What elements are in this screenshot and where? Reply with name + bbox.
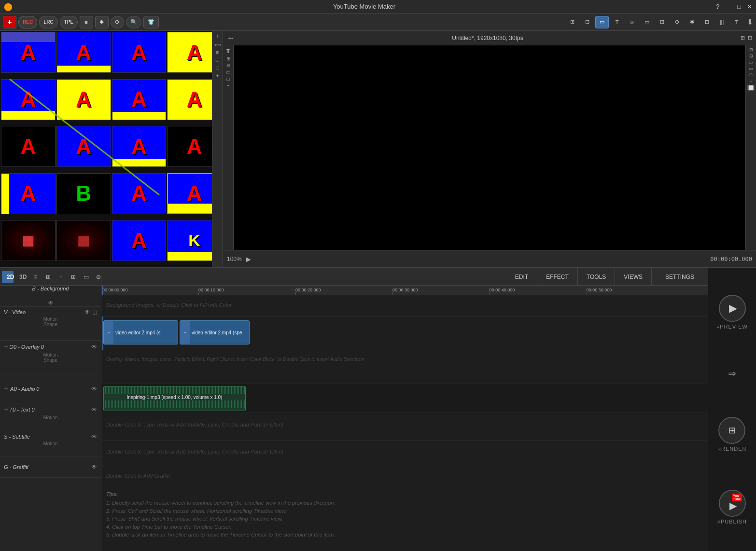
track-add-a0[interactable]: + xyxy=(4,385,8,393)
timeline-track-video[interactable]: ↔ video editor 2.mp4 (s ↔ video editor 2… xyxy=(101,317,708,350)
media-thumb-9[interactable]: A xyxy=(1,126,56,167)
tb-icon-2[interactable]: ⊟ xyxy=(580,16,594,28)
circle-button[interactable]: ⊕ xyxy=(111,16,124,28)
star-button[interactable]: ✱ xyxy=(95,16,109,28)
lrc-button[interactable]: LRC xyxy=(39,16,58,28)
left-tool-1[interactable]: ⊞ xyxy=(226,56,230,61)
person-button[interactable]: 🔍 xyxy=(126,16,141,28)
download-icon[interactable]: ⬇ xyxy=(747,17,753,27)
left-tool-4[interactable]: □ xyxy=(226,76,229,82)
minimize-btn[interactable]: — xyxy=(725,3,731,10)
vert-btn-2[interactable]: ⟺ xyxy=(213,41,222,48)
tab-effect[interactable]: EFFECT xyxy=(537,268,578,285)
left-tool-3[interactable]: ▭ xyxy=(226,69,230,75)
arrow-left-icon[interactable]: ↔ xyxy=(227,34,235,42)
track-o0-eye[interactable]: 👁 xyxy=(91,344,97,350)
timeline-ruler[interactable]: 00:00:00.000 00:00:10.000 00:00:20.000 0… xyxy=(101,286,708,295)
tb-icon-8[interactable]: ⊕ xyxy=(670,16,684,28)
timeline-track-audio[interactable]: Inspiring-1.mp3 (speed x 1.00, volume x … xyxy=(101,384,708,413)
media-thumb-18[interactable]: ▓▓▓▓▓▓ xyxy=(56,220,111,261)
track-add-o0[interactable]: + xyxy=(4,343,8,351)
preview-right-btn2[interactable]: ⊞ xyxy=(748,35,752,41)
2d-tab[interactable]: 2D xyxy=(2,271,14,283)
tpl-button[interactable]: TPL xyxy=(60,16,78,28)
rt-btn-3[interactable]: ▭ xyxy=(749,60,753,65)
preview-circle-btn[interactable]: ▶ xyxy=(719,295,746,322)
tl-grid-btn[interactable]: ⊞ xyxy=(42,271,54,283)
media-thumb-5[interactable]: A xyxy=(1,79,56,120)
track-v-eye[interactable]: 👁 xyxy=(84,309,90,316)
tb-icon-11[interactable]: ||| xyxy=(715,16,728,28)
media-thumb-7[interactable]: A xyxy=(112,79,167,120)
rt-btn-2[interactable]: ⊞ xyxy=(749,54,753,58)
close-btn[interactable]: ✕ xyxy=(747,3,752,10)
window-controls[interactable]: ? — □ ✕ xyxy=(716,3,752,10)
rt-btn-7[interactable]: ⬜ xyxy=(747,85,755,91)
timeline-cursor[interactable] xyxy=(102,286,103,295)
tab-edit[interactable]: EDIT xyxy=(506,268,537,285)
help-btn[interactable]: ? xyxy=(716,3,719,10)
rt-btn-5[interactable]: □ xyxy=(750,72,752,77)
media-thumb-2[interactable]: A xyxy=(56,32,111,73)
timeline-track-background[interactable]: Background Images, or Double Click to Fi… xyxy=(101,295,708,317)
track-t0-eye[interactable]: 👁 xyxy=(91,406,97,413)
media-thumb-17[interactable]: ▓▓▓▓▓▓ xyxy=(1,220,56,261)
tab-views[interactable]: VIEWS xyxy=(615,268,652,285)
tb-icon-4[interactable]: T xyxy=(610,16,624,28)
3d-tab[interactable]: 3D xyxy=(14,271,26,283)
text-tool-icon[interactable]: T xyxy=(226,47,230,55)
media-thumb-11[interactable]: A xyxy=(112,126,167,167)
tb-icon-3[interactable]: ▭ xyxy=(595,16,609,28)
media-thumb-16[interactable]: A xyxy=(167,173,222,214)
track-g-eye[interactable]: 👁 xyxy=(91,464,97,470)
tl-up-btn[interactable]: ↑ xyxy=(55,271,67,283)
tl-snap-btn[interactable]: ⊞ xyxy=(68,271,79,283)
preview-right-btn1[interactable]: ⊞ xyxy=(741,35,745,41)
timeline-track-graffiti[interactable]: Double Click to Add Graffiti xyxy=(101,466,708,487)
rt-btn-6[interactable]: ↔ xyxy=(749,79,753,83)
track-add-t0[interactable]: + xyxy=(4,405,8,414)
tb-icon-1[interactable]: ⊞ xyxy=(565,16,579,28)
tab-settings[interactable]: SETTINGS xyxy=(652,268,708,285)
list-button[interactable]: ≡ xyxy=(80,16,93,28)
track-a0-eye[interactable]: 👁 xyxy=(91,386,97,392)
left-tool-2[interactable]: ⊟ xyxy=(226,63,230,68)
tb-icon-7[interactable]: ⊞ xyxy=(655,16,669,28)
vert-btn-5[interactable]: □ xyxy=(215,65,220,71)
timeline-track-overlay[interactable]: Overlay Videos, Images, Icons, Particle … xyxy=(101,350,708,384)
vert-btn-3[interactable]: ⊞ xyxy=(215,49,221,56)
vert-btn-4[interactable]: ▭ xyxy=(214,57,221,64)
tb-icon-10[interactable]: ⊞ xyxy=(700,16,714,28)
media-thumb-13[interactable]: A xyxy=(1,173,56,214)
tl-list-btn[interactable]: ≡ xyxy=(30,271,42,283)
publish-circle-btn[interactable]: YouTube ▶ xyxy=(719,490,746,517)
track-s-eye[interactable]: 👁 xyxy=(91,433,97,440)
track-v-clip-icon[interactable]: ◫ xyxy=(92,309,97,316)
track-b-eye[interactable]: 👁 xyxy=(48,300,54,306)
media-thumb-3[interactable]: A xyxy=(112,32,167,73)
vert-btn-1[interactable]: ↕ xyxy=(215,33,220,40)
right-arrow-icon[interactable]: ⇒ xyxy=(728,368,736,379)
tb-icon-12[interactable]: T xyxy=(730,16,743,28)
tab-tools[interactable]: TOOLS xyxy=(578,268,615,285)
rec-button[interactable]: REC xyxy=(18,16,37,28)
media-thumb-6[interactable]: A xyxy=(56,79,111,120)
rt-btn-4[interactable]: ▭ xyxy=(749,66,753,71)
audio-clip[interactable]: Inspiring-1.mp3 (speed x 1.00, volume x … xyxy=(103,386,246,411)
tl-split-btn[interactable]: ▭ xyxy=(80,271,92,283)
maximize-btn[interactable]: □ xyxy=(737,3,741,10)
shirt-button[interactable]: 👕 xyxy=(143,16,159,28)
media-thumb-20[interactable]: K xyxy=(167,220,222,261)
media-thumb-15[interactable]: A xyxy=(112,173,167,214)
vert-btn-6[interactable]: + xyxy=(215,72,220,79)
left-tool-5[interactable]: + xyxy=(227,83,230,88)
rt-btn-1[interactable]: ⊞ xyxy=(749,47,753,52)
tb-icon-5[interactable]: ☺ xyxy=(625,16,639,28)
tb-icon-9[interactable]: ✱ xyxy=(685,16,699,28)
timeline-track-subtitle[interactable]: Double Click to Type Texts or Add Subtit… xyxy=(101,441,708,466)
add-button[interactable]: + xyxy=(3,16,16,28)
timeline-track-text[interactable]: Double Click to Type Texts or Add Subtit… xyxy=(101,413,708,441)
tb-icon-6[interactable]: ▭ xyxy=(640,16,654,28)
media-thumb-14[interactable]: B xyxy=(56,173,111,214)
play-btn[interactable]: ▶ xyxy=(246,255,251,263)
